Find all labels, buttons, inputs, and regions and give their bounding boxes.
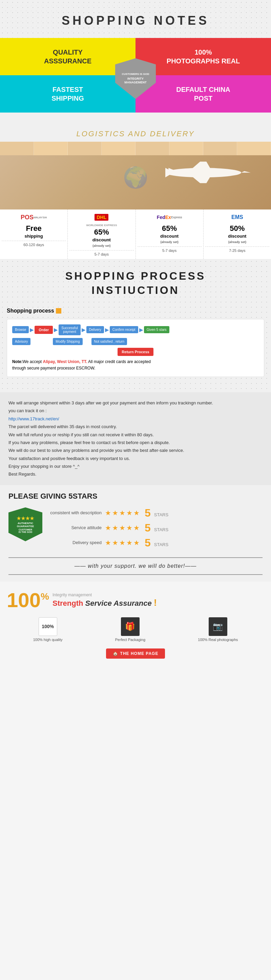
- shipping-col-dhl: DHL WORLDWIDE EXPRESS 65%discount (alrea…: [68, 210, 135, 259]
- info-text-2: you can track it on :: [8, 407, 263, 415]
- packaging-icon-box: 🎁: [121, 617, 139, 636]
- photos-icon-box: 📷: [209, 617, 227, 636]
- flow-row-3: Return Process: [12, 348, 259, 356]
- footer-icon-quality: 100% 100% high quality: [33, 617, 63, 642]
- arrow-4: ▶: [105, 327, 109, 332]
- info-text-track: http://www.17track.net/en/: [8, 415, 263, 423]
- footer-icon-photos: 📷 100% Real photographs: [198, 617, 238, 642]
- tracking-link[interactable]: http://www.17track.net/en/: [8, 416, 59, 422]
- footer-section: 100 % Integrity management Strength Serv…: [0, 582, 271, 670]
- stars-icons-2: ★ ★ ★ ★ ★: [105, 524, 139, 532]
- home-page-button[interactable]: 🏠 THE HOME PAGE: [106, 649, 165, 659]
- star-row-3: Delivery speed ★ ★ ★ ★ ★ 5 STARS: [48, 537, 263, 548]
- star-5: ★: [133, 509, 139, 517]
- info-text-9: Best Regards.: [8, 470, 263, 478]
- star-2: ★: [112, 524, 118, 532]
- photos-icon-label: 100% Real photographs: [198, 638, 238, 642]
- info-text-8: Enjoy your shopping in our store ^_^: [8, 462, 263, 470]
- shield-text-1: CUSTOMERS IS GOD: [122, 73, 149, 76]
- info-text-3: The parcel will delivered within 35 days…: [8, 423, 263, 431]
- info-text-1: We will arrange shipment within 3 days a…: [8, 399, 263, 407]
- shipping-col-fedex: FedEx Express 65%discount (already set) …: [136, 210, 204, 259]
- stars-icons-3: ★ ★ ★ ★ ★: [105, 539, 139, 547]
- strength-italic: Service Assurance: [86, 599, 152, 608]
- star-3: ★: [119, 539, 125, 547]
- quality-text-4: DEFAULT CHINAPOST: [176, 85, 230, 103]
- footer-icon-packaging: 🎁 Perfect Packaging: [115, 617, 145, 642]
- confirm-receipt-node: Confirm receipt: [110, 326, 138, 333]
- star-row-2: Service attitude ★ ★ ★ ★ ★ 5 STARS: [48, 522, 263, 533]
- stars-unit-1: STARS: [154, 512, 168, 517]
- arrow-1: ▶: [30, 327, 33, 332]
- stars-count-2: 5: [145, 522, 151, 533]
- browse-node: Browse: [12, 326, 29, 333]
- pos-shipping-text: Freeshipping: [2, 224, 66, 239]
- star-4: ★: [126, 509, 132, 517]
- star-5: ★: [133, 524, 139, 532]
- dhl-shipping-days: 5-7 days: [70, 250, 133, 256]
- flow-row-1: Browse ▶ Order ▶ Successfulpayment ▶ Del…: [12, 325, 259, 335]
- stars-unit-3: STARS: [154, 542, 168, 547]
- advisory-node: Advisory: [12, 338, 30, 345]
- info-text-5: If you have any problems, please feel fr…: [8, 439, 263, 447]
- packaging-icon: 🎁: [125, 622, 135, 631]
- quality-block-2: 100%PHOTOGRAPHS REAL: [135, 38, 271, 75]
- dhl-logo: DHL: [70, 212, 133, 223]
- stars-section: PLEASE GIVING 5STARS ★★★★ AUTHENTIC GUAR…: [0, 485, 271, 582]
- stars-rows: consistent with description ★ ★ ★ ★ ★ 5 …: [48, 508, 263, 552]
- shipping-col-ems: EMS 50%discount (already set) 7-25 days: [204, 210, 271, 259]
- quality-text-3: FASTESTSHIPPING: [51, 85, 84, 103]
- hundred-percent: 100: [7, 590, 41, 611]
- packaging-icon-label: Perfect Packaging: [115, 638, 145, 642]
- payment-note: Note:We accept Alipay, West Union, TT. A…: [12, 359, 259, 372]
- badge-text-2: GUARANTEE: [17, 525, 34, 528]
- quality-icon-label: 100% high quality: [33, 638, 63, 642]
- fedex-shipping-text: 65%discount (already set): [138, 224, 201, 245]
- given-stars-node: Given 5 stars: [144, 326, 170, 333]
- stars-content: ★★★★ AUTHENTIC GUARANTEE CUSTOMER IS THE…: [8, 508, 263, 552]
- star-4: ★: [126, 539, 132, 547]
- shipping-table: POSMALAYSIA Freeshipping 60-120 days DHL…: [0, 210, 271, 259]
- ems-shipping-days: 7-25 days: [205, 247, 269, 253]
- star-1: ★: [105, 524, 111, 532]
- pos-logo: POSMALAYSIA: [2, 212, 66, 223]
- star-2: ★: [112, 509, 118, 517]
- return-process-node: Return Process: [117, 348, 153, 356]
- stars-title: PLEASE GIVING 5STARS: [8, 492, 263, 501]
- shield-text-3: MANAGEMENT: [124, 81, 147, 85]
- quality-icon-box: 100%: [39, 617, 57, 636]
- star-5: ★: [133, 539, 139, 547]
- fedex-logo: FedEx Express: [138, 212, 201, 223]
- star-row-1: consistent with description ★ ★ ★ ★ ★ 5 …: [48, 508, 263, 518]
- stars-count-1: 5: [145, 508, 151, 518]
- logistics-section: LOGISTICS AND DELIVERY: [0, 119, 271, 259]
- header-section: Shopping Notes: [0, 0, 271, 38]
- photos-icon: 📷: [213, 622, 223, 631]
- star-3: ★: [119, 524, 125, 532]
- star-3: ★: [119, 509, 125, 517]
- info-text-7: Your satisfaction and positive feedback …: [8, 455, 263, 462]
- flow-diagram: Browse ▶ Order ▶ Successfulpayment ▶ Del…: [7, 319, 264, 377]
- star-4: ★: [126, 524, 132, 532]
- dhl-sub: WORLDWIDE EXPRESS: [70, 224, 133, 227]
- badge-text-1: AUTHENTIC: [17, 522, 33, 525]
- hundred-container: 100 %: [7, 590, 49, 611]
- home-btn-label: THE HOME PAGE: [120, 651, 158, 656]
- arrow-3: ▶: [82, 327, 86, 332]
- badge-text-3: CUSTOMER: [19, 528, 32, 531]
- quality-text-1: QUALITYASSSURANCE: [44, 48, 92, 65]
- ems-logo: EMS: [205, 212, 269, 223]
- logistics-title: LOGISTICS AND DELIVERY: [0, 126, 271, 142]
- support-banner: —— with your support. we will do better!…: [8, 557, 263, 575]
- fedex-shipping-days: 5-7 days: [138, 247, 201, 253]
- dhl-shipping-text: 65%discount (already set): [70, 228, 133, 248]
- footer-top-text: Integrity management Strength Service As…: [52, 593, 264, 608]
- star-1: ★: [105, 509, 111, 517]
- delivery-banner: 🌍: [0, 142, 271, 210]
- shipping-col-pos: POSMALAYSIA Freeshipping 60-120 days: [0, 210, 68, 259]
- process-label: Shopping process: [7, 308, 54, 314]
- strength-red: Strength: [52, 599, 83, 608]
- authentic-badge: ★★★★ AUTHENTIC GUARANTEE CUSTOMER IS THE…: [8, 508, 42, 541]
- integrity-text: Integrity management: [52, 593, 264, 597]
- stars-icons-1: ★ ★ ★ ★ ★: [105, 509, 139, 517]
